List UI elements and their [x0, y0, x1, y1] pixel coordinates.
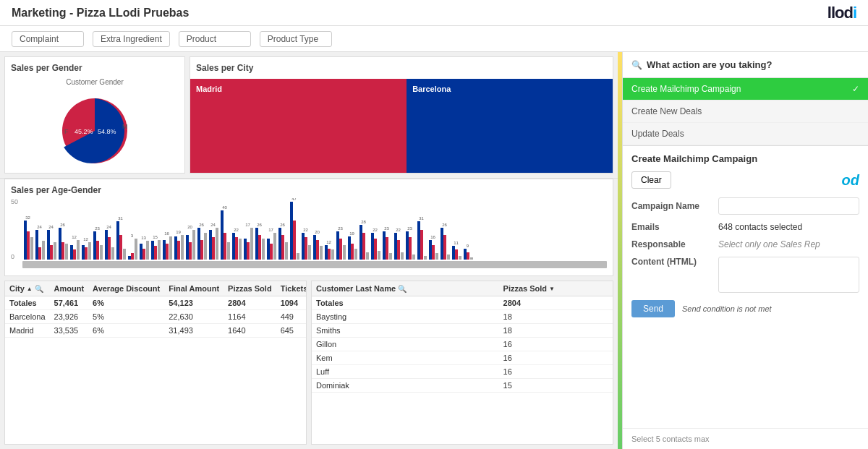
campaign-section: Create Mailchimp Campaign Clear od Campa… — [623, 146, 868, 428]
action-search-icon: 🔍 — [631, 60, 642, 70]
y-zero-label: 0 — [11, 253, 14, 260]
bar-number: 24 — [34, 225, 45, 229]
bar-segment — [35, 230, 38, 260]
bar-group: 17 — [265, 228, 276, 260]
bar-segment — [386, 237, 388, 260]
city-data-table: City ▲ 🔍 Amount Average Discount Final A… — [5, 281, 307, 338]
search-city-icon[interactable]: 🔍 — [35, 285, 43, 293]
bar-group: 22 — [393, 228, 404, 260]
bar-group: 23 — [92, 226, 103, 260]
bar-segment — [359, 225, 362, 260]
bar-segment — [383, 231, 386, 260]
bar-segment — [73, 249, 76, 260]
sort-pizzas-icon[interactable]: ▼ — [549, 286, 555, 292]
table-row: Madrid 33,535 6% 31,493 1640 645 — [5, 324, 307, 338]
send-button[interactable]: Send — [631, 300, 675, 317]
search-customer-icon[interactable]: 🔍 — [398, 285, 407, 293]
bar-segment — [250, 228, 253, 260]
bar-number: 19 — [346, 231, 357, 236]
bar-number: 17 — [265, 228, 276, 232]
bar-segment — [96, 241, 99, 260]
bar-segment — [151, 241, 154, 260]
bar-group: 23 — [335, 226, 346, 260]
bar-stacked — [46, 230, 56, 260]
bar-segment — [270, 244, 273, 260]
bar-number: 16 — [161, 231, 172, 236]
bar-segment — [374, 239, 377, 260]
bar-stacked — [127, 239, 137, 260]
bar-segment — [467, 252, 469, 260]
bar-segment — [24, 221, 27, 260]
bar-number: 23 — [404, 226, 415, 231]
action-item-update-deals[interactable]: Update Deals — [623, 123, 868, 145]
bar-segment — [116, 221, 119, 260]
bar-stacked — [69, 240, 80, 260]
filter-complaint[interactable]: Complaint — [12, 31, 84, 47]
bar-group: 20 — [184, 225, 195, 260]
bar-segment — [100, 245, 103, 260]
bar-segment — [394, 233, 397, 260]
bar-segment — [470, 257, 473, 260]
bar-number: 26 — [439, 223, 450, 227]
bar-segment — [131, 253, 134, 260]
bar-stacked — [197, 228, 207, 260]
bar-stacked — [174, 235, 184, 260]
bar-segment — [158, 240, 161, 260]
bar-segment — [163, 240, 166, 260]
bar-segment — [316, 240, 319, 260]
y-max-label: 50 — [11, 198, 18, 205]
bar-number: 19 — [173, 230, 184, 234]
bar-number: 28 — [358, 220, 369, 224]
bar-group: 47 — [289, 198, 299, 260]
bar-stacked — [278, 228, 288, 260]
action-header: 🔍 What action are you taking? — [623, 52, 868, 78]
bar-group: 20 — [312, 230, 323, 260]
filter-extra-ingredient[interactable]: Extra Ingredient — [93, 31, 170, 47]
action-item-mailchimp[interactable]: Create Mailchimp Campaign ✓ — [623, 78, 868, 101]
bar-group: 11 — [451, 241, 461, 260]
bar-number: 11 — [451, 241, 461, 245]
table-row: Barcelona 23,926 5% 22,630 1164 449 — [5, 310, 307, 324]
bar-group: 22 — [370, 228, 380, 260]
bar-group: 22 — [231, 228, 242, 260]
form-row-responsable: Responsable Select only one Sales Rep — [631, 239, 859, 249]
bar-stacked — [451, 246, 461, 260]
left-panel: Sales per Gender Customer Gender 45.2% 5… — [0, 52, 618, 449]
sales-per-age-gender-chart: Sales per Age-Gender 50 0 32242426121223… — [4, 179, 613, 276]
campaign-toolbar: Clear od — [631, 171, 859, 189]
emails-label: Emails — [631, 222, 718, 232]
bar-group: 19 — [173, 230, 184, 260]
age-gender-bars: 50 0 32242426121223243131315161920262440… — [11, 198, 607, 270]
clear-button[interactable]: Clear — [631, 171, 671, 189]
bar-group: 16 — [161, 231, 172, 260]
bar-segment — [401, 252, 404, 260]
bar-segment — [111, 247, 114, 260]
bar-segment — [285, 242, 288, 260]
filter-product-type[interactable]: Product Type — [260, 31, 332, 47]
sort-city-icon[interactable]: ▲ — [27, 286, 33, 292]
bar-segment — [85, 247, 88, 260]
bar-segment — [290, 202, 293, 260]
responsable-label: Responsable — [631, 239, 718, 249]
action-item-new-deals[interactable]: Create New Deals — [623, 101, 868, 123]
bar-group: 26 — [254, 223, 265, 260]
th-tickets-sold: Tickets Sold — [276, 281, 307, 296]
bar-segment — [204, 233, 207, 260]
bar-segment — [146, 241, 149, 260]
send-condition-text: Send condition is not met — [682, 304, 772, 313]
pie-chart-container: Customer Gender 45.2% 54.8% F M — [11, 76, 179, 170]
bar-number: 20 — [312, 230, 323, 234]
filter-bar: Complaint Extra Ingredient Product Produ… — [0, 26, 868, 52]
bar-stacked — [336, 231, 346, 260]
filter-product[interactable]: Product — [179, 31, 251, 47]
bar-number: 24 — [46, 225, 56, 229]
bar-group: 26 — [439, 223, 450, 260]
bar-segment — [197, 228, 200, 260]
th-final-amount: Final Amount — [164, 281, 224, 296]
campaign-name-input[interactable] — [718, 197, 859, 215]
content-textarea[interactable] — [718, 257, 859, 293]
bar-segment — [235, 237, 238, 260]
bar-number: 26 — [277, 223, 288, 227]
bar-segment — [142, 249, 145, 260]
bar-stacked — [463, 249, 473, 260]
